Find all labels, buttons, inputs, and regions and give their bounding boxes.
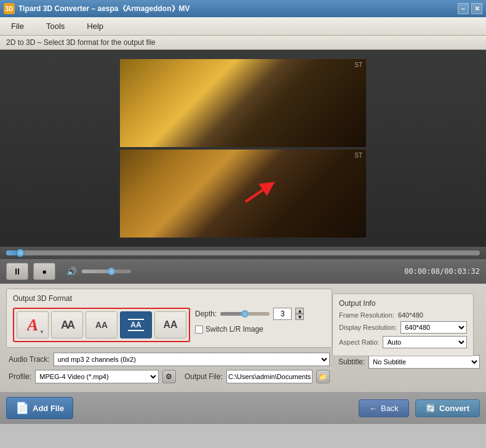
minimize-button[interactable]: –: [458, 3, 469, 14]
audio-track-row: Audio Track: und mp3 2 channels (0x2): [6, 353, 332, 366]
frame-resolution-row: Frame Resolution: 640*480: [339, 311, 467, 319]
output-info-panel: Output Info Frame Resolution: 640*480 Di…: [332, 294, 474, 356]
controls-bar: ⏸ ■ 🔊 00:00:08/00:03:32: [0, 259, 486, 284]
sbs-full-icon: AA: [95, 321, 108, 329]
depth-spinner: ▲ ▼: [295, 308, 304, 320]
aspect-ratio-label: Aspect Ratio:: [339, 338, 379, 346]
convert-icon: 🔄: [426, 404, 436, 413]
depth-label: Depth:: [195, 310, 217, 318]
depth-format-icon: AA: [163, 319, 177, 330]
format-section-title: Output 3D Format: [13, 294, 325, 303]
frame-resolution-label: Frame Resolution:: [339, 311, 394, 319]
format-buttons-box: A ▼ AA AA: [13, 308, 190, 342]
display-resolution-row: Display Resolution: 640*4801280*7201920*…: [339, 321, 467, 334]
profile-select[interactable]: MPEG-4 Video (*.mp4): [35, 370, 159, 383]
format-right-section: Depth: 3 ▲ ▼: [195, 308, 304, 334]
subtitle-select[interactable]: No Subtitle: [368, 355, 480, 369]
browse-output-button[interactable]: 📁: [316, 370, 330, 383]
back-label: Back: [381, 404, 399, 413]
audio-track-select[interactable]: und mp3 2 channels (0x2): [54, 353, 330, 366]
profile-label: Profile:: [9, 372, 31, 381]
menu-tools[interactable]: Tools: [41, 20, 70, 33]
add-file-icon: 📄: [15, 401, 29, 415]
menu-help[interactable]: Help: [82, 20, 108, 33]
pause-icon: ⏸: [13, 266, 22, 276]
volume-icon: 🔊: [66, 266, 77, 276]
add-file-label: Add File: [33, 404, 64, 413]
video-frame-bottom: [120, 150, 366, 238]
output-info-title: Output Info: [339, 299, 467, 308]
subtitle-section: Subtitle: No Subtitle: [338, 355, 480, 369]
aspect-ratio-select[interactable]: Auto4:316:9: [383, 336, 467, 348]
sbs-half-icon: AA: [61, 319, 73, 332]
display-resolution-select[interactable]: 640*4801280*7201920*1080: [400, 321, 467, 334]
convert-button[interactable]: 🔄 Convert: [415, 399, 480, 417]
left-col: Output 3D Format A ▼ AA: [6, 289, 332, 387]
format-btn-depth[interactable]: AA: [154, 311, 186, 338]
bottom-panel: Output 3D Format A ▼ AA: [0, 284, 486, 392]
settings-icon: ⚙: [165, 372, 172, 381]
convert-label: Convert: [439, 404, 469, 413]
video-frame-top: [120, 59, 366, 147]
volume-fill: [82, 270, 111, 273]
back-button[interactable]: ← Back: [359, 399, 409, 417]
pause-button[interactable]: ⏸: [6, 263, 28, 280]
output-file-label: Output File:: [185, 372, 223, 381]
format-btn-sbs-full[interactable]: AA: [86, 311, 118, 338]
menu-file[interactable]: File: [6, 20, 29, 33]
depth-value: 3: [273, 308, 292, 320]
format-btn-sbs-half[interactable]: AA: [51, 311, 83, 338]
volume-slider[interactable]: [82, 270, 131, 273]
depth-up-button[interactable]: ▲: [295, 308, 304, 314]
dropdown-arrow-anaglyph[interactable]: ▼: [39, 329, 47, 337]
depth-handle: [241, 310, 249, 318]
add-file-button[interactable]: 📄 Add File: [6, 397, 73, 419]
seek-bar-container: [0, 247, 486, 259]
time-display: 00:00:08/00:03:32: [404, 267, 480, 276]
info-bar: 2D to 3D – Select 3D format for the outp…: [0, 36, 486, 50]
switch-lr-label: Switch L/R Image: [205, 325, 263, 334]
depth-slider[interactable]: [220, 312, 269, 316]
volume-handle: [108, 268, 115, 275]
seek-handle: [16, 249, 25, 257]
video-area: [0, 50, 486, 247]
right-col: Output Info Frame Resolution: 640*480 Di…: [338, 289, 480, 387]
profile-row: Profile: MPEG-4 Video (*.mp4) ⚙ Output F…: [6, 370, 332, 383]
back-icon: ←: [369, 404, 377, 413]
title-bar: 3D Tipard 3D Converter – aespa《Armageddo…: [0, 0, 486, 17]
subtitle-row: Subtitle: No Subtitle: [338, 355, 480, 369]
switch-lr-row: Switch L/R Image: [195, 325, 304, 334]
action-bar: 📄 Add File ← Back 🔄 Convert: [0, 392, 486, 424]
title-text: Tipard 3D Converter – aespa《Armageddon》M…: [18, 4, 458, 14]
frame-resolution-value: 640*480: [398, 311, 423, 319]
two-col-layout: Output 3D Format A ▼ AA: [6, 289, 480, 387]
folder-icon: 📁: [319, 373, 327, 381]
menu-bar: File Tools Help: [0, 17, 486, 36]
format-btn-selected[interactable]: AA: [120, 311, 152, 338]
display-resolution-label: Display Resolution:: [339, 324, 397, 331]
anaglyph-icon: A: [27, 315, 39, 335]
video-scene-bottom: [120, 150, 366, 238]
video-container: [120, 59, 366, 238]
format-section: Output 3D Format A ▼ AA: [6, 289, 332, 348]
selected-format-icon: AA: [128, 319, 143, 331]
output-file-input[interactable]: [226, 370, 313, 383]
format-outer: A ▼ AA AA: [13, 308, 325, 342]
window-controls: – ✕: [458, 3, 482, 14]
stop-icon: ■: [42, 268, 46, 275]
info-text: 2D to 3D – Select 3D format for the outp…: [6, 38, 156, 47]
profile-settings-button[interactable]: ⚙: [162, 370, 176, 383]
depth-down-button[interactable]: ▼: [295, 314, 304, 320]
subtitle-label: Subtitle:: [338, 358, 365, 366]
stop-button[interactable]: ■: [33, 263, 55, 280]
video-scene-top: [120, 59, 366, 147]
close-button[interactable]: ✕: [471, 3, 482, 14]
format-btn-anaglyph[interactable]: A ▼: [17, 311, 49, 338]
aspect-ratio-row: Aspect Ratio: Auto4:316:9: [339, 336, 467, 348]
app-icon: 3D: [4, 3, 15, 14]
seek-bar[interactable]: [6, 250, 480, 255]
depth-row: Depth: 3 ▲ ▼: [195, 308, 304, 320]
switch-lr-checkbox[interactable]: [195, 326, 203, 334]
audio-track-label: Audio Track:: [9, 355, 50, 364]
